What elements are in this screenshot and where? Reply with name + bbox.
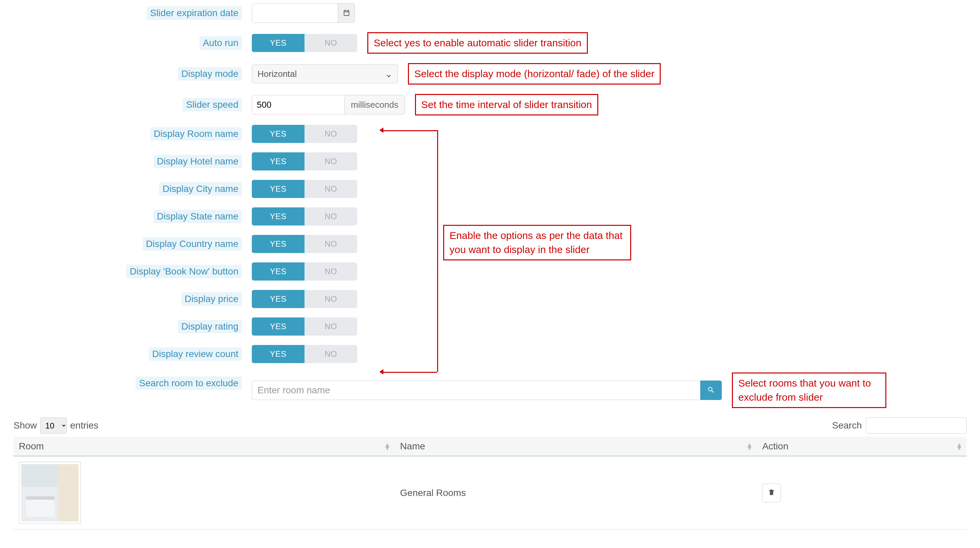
speed-unit: milliseconds (344, 95, 404, 114)
table-search-group: Search (832, 418, 967, 434)
row-speed: Slider speed milliseconds Set the time i… (17, 94, 967, 116)
table-search-input[interactable] (866, 418, 967, 434)
label-city: Display City name (159, 182, 242, 195)
toggle-rating: YES NO (252, 318, 357, 335)
exclude-input[interactable] (252, 381, 700, 400)
toggle-booknow: YES NO (252, 262, 357, 281)
table-search-label: Search (832, 420, 862, 431)
booknow-yes[interactable]: YES (252, 262, 304, 281)
rating-yes[interactable]: YES (252, 318, 304, 335)
callout-exclude: Select rooms that you want to exclude fr… (732, 372, 886, 408)
rating-no[interactable]: NO (304, 318, 357, 335)
row-hotel: Display Hotel name YES NO (17, 152, 967, 170)
label-review: Display review count (149, 347, 242, 361)
row-city: Display City name YES NO (17, 180, 967, 198)
toggle-autorun: YES NO (252, 34, 357, 52)
autorun-no[interactable]: NO (304, 34, 357, 52)
sort-icon[interactable]: ▲▼ (384, 443, 391, 450)
room-no[interactable]: NO (304, 125, 357, 143)
state-no[interactable]: NO (304, 207, 357, 226)
room-yes[interactable]: YES (252, 125, 304, 143)
table-toolbar: Show 10 entries Search (13, 418, 967, 434)
callout-speed: Set the time interval of slider transiti… (415, 94, 598, 116)
callout-autorun: Select yes to enable automatic slider tr… (367, 32, 588, 54)
expiration-input-group (252, 3, 355, 23)
autorun-yes[interactable]: YES (252, 34, 304, 52)
city-yes[interactable]: YES (252, 180, 304, 198)
sort-icon[interactable]: ▲▼ (956, 443, 963, 450)
room-thumbnail (19, 462, 81, 524)
toggle-state: YES NO (252, 207, 357, 226)
label-mode: Display mode (178, 67, 242, 81)
label-room: Display Room name (150, 127, 242, 141)
row-state: Display State name YES NO (17, 207, 967, 226)
label-price: Display price (181, 292, 242, 306)
review-no[interactable]: NO (304, 345, 357, 363)
toggle-price: YES NO (252, 290, 357, 308)
connector-bottom-arrow (379, 369, 383, 375)
toggle-room: YES NO (252, 125, 357, 143)
label-booknow: Display 'Book Now' button (126, 265, 242, 278)
show-label-post: entries (70, 420, 99, 431)
connector-vertical (437, 130, 438, 372)
connector-top-arrow (379, 127, 383, 133)
row-mode: Display mode Select the display mode (ho… (17, 63, 967, 84)
connector-bottom (383, 372, 437, 373)
label-exclude: Search room to exclude (136, 376, 242, 390)
row-booknow: Display 'Book Now' button YES NO (17, 262, 967, 281)
review-yes[interactable]: YES (252, 345, 304, 363)
show-entries-group: Show 10 entries (13, 418, 99, 434)
toggle-hotel: YES NO (252, 152, 357, 170)
slider-settings-form: Slider expiration date Auto run YES NO S… (17, 3, 967, 408)
excluded-rooms-table: Room ▲▼ Name ▲▼ Action ▲▼ General Rooms (13, 437, 967, 529)
delete-row-button[interactable] (762, 484, 781, 502)
row-price: Display price YES NO (17, 290, 967, 308)
mode-select[interactable] (252, 64, 398, 83)
label-expiration: Slider expiration date (147, 6, 242, 20)
row-name: General Rooms (395, 456, 757, 529)
expiration-input[interactable] (252, 4, 338, 22)
row-expiration: Slider expiration date (17, 3, 967, 23)
row-review: Display review count YES NO (17, 345, 967, 363)
calendar-icon (343, 9, 350, 17)
entries-select[interactable]: 10 (40, 418, 67, 434)
sort-icon[interactable]: ▲▼ (746, 443, 753, 450)
col-room: Room ▲▼ (13, 437, 395, 456)
country-no[interactable]: NO (304, 235, 357, 253)
label-speed: Slider speed (183, 98, 242, 111)
toggle-review: YES NO (252, 345, 357, 363)
hotel-no[interactable]: NO (304, 152, 357, 170)
price-no[interactable]: NO (304, 290, 357, 308)
toggle-city: YES NO (252, 180, 357, 198)
callout-mode: Select the display mode (horizontal/ fad… (408, 63, 661, 84)
label-country: Display Country name (143, 237, 242, 251)
row-autorun: Auto run YES NO Select yes to enable aut… (17, 32, 967, 54)
connector-top (383, 130, 437, 131)
hotel-yes[interactable]: YES (252, 152, 304, 170)
search-icon (707, 386, 715, 395)
calendar-button[interactable] (338, 4, 355, 22)
speed-input-group: milliseconds (252, 95, 405, 114)
trash-icon (768, 489, 775, 497)
label-state: Display State name (153, 210, 242, 223)
exclude-search-group (252, 381, 722, 400)
city-no[interactable]: NO (304, 180, 357, 198)
toggle-country: YES NO (252, 235, 357, 253)
speed-input[interactable] (252, 95, 344, 114)
price-yes[interactable]: YES (252, 290, 304, 308)
table-row: General Rooms (13, 456, 967, 529)
callout-display: Enable the options as per the data that … (443, 225, 631, 260)
exclude-search-button[interactable] (700, 381, 722, 400)
booknow-no[interactable]: NO (304, 262, 357, 281)
show-label-pre: Show (13, 420, 37, 431)
col-action: Action ▲▼ (757, 437, 967, 456)
country-yes[interactable]: YES (252, 235, 304, 253)
label-autorun: Auto run (199, 36, 242, 50)
col-name: Name ▲▼ (395, 437, 757, 456)
label-rating: Display rating (178, 320, 242, 333)
row-rating: Display rating YES NO (17, 318, 967, 335)
state-yes[interactable]: YES (252, 207, 304, 226)
row-exclude: Search room to exclude Select rooms that… (17, 372, 967, 408)
row-room: Display Room name YES NO (17, 125, 967, 143)
label-hotel: Display Hotel name (153, 155, 242, 168)
